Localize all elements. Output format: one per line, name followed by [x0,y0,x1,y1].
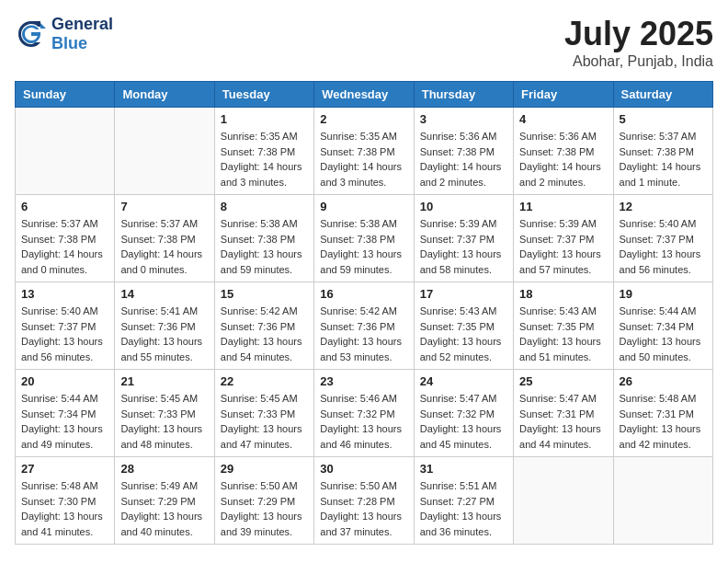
day-info: Sunrise: 5:45 AMSunset: 7:33 PMDaylight:… [221,391,308,452]
day-number: 13 [21,287,108,301]
day-number: 5 [620,112,707,126]
calendar-cell: 3Sunrise: 5:36 AMSunset: 7:38 PMDaylight… [414,108,513,195]
day-info: Sunrise: 5:44 AMSunset: 7:34 PMDaylight:… [620,304,707,364]
day-info: Sunrise: 5:40 AMSunset: 7:37 PMDaylight:… [21,304,108,364]
day-info: Sunrise: 5:38 AMSunset: 7:38 PMDaylight:… [221,216,308,277]
logo-icon [15,17,48,51]
day-number: 15 [221,287,308,301]
day-info: Sunrise: 5:39 AMSunset: 7:37 PMDaylight:… [519,216,607,277]
day-number: 27 [21,462,108,476]
day-number: 8 [221,200,308,213]
calendar-cell: 13Sunrise: 5:40 AMSunset: 7:37 PMDayligh… [16,282,115,370]
day-number: 22 [221,374,308,388]
calendar-cell: 20Sunrise: 5:44 AMSunset: 7:34 PMDayligh… [16,370,115,457]
day-number: 2 [320,112,407,126]
calendar-week-row: 1Sunrise: 5:35 AMSunset: 7:38 PMDaylight… [16,108,713,195]
day-number: 25 [519,374,607,388]
title-block: July 2025 Abohar, Punjab, India [564,15,713,70]
day-number: 30 [320,462,407,476]
calendar-header-saturday: Saturday [613,82,712,108]
calendar-cell [16,108,115,195]
day-info: Sunrise: 5:46 AMSunset: 7:32 PMDaylight:… [320,391,407,452]
calendar-cell: 14Sunrise: 5:41 AMSunset: 7:36 PMDayligh… [115,282,214,370]
day-info: Sunrise: 5:50 AMSunset: 7:28 PMDaylight:… [320,478,407,539]
day-info: Sunrise: 5:49 AMSunset: 7:29 PMDaylight:… [120,478,208,539]
day-number: 24 [420,374,507,388]
day-info: Sunrise: 5:48 AMSunset: 7:31 PMDaylight:… [620,391,707,452]
calendar-cell: 29Sunrise: 5:50 AMSunset: 7:29 PMDayligh… [214,457,313,545]
day-number: 3 [420,112,507,126]
calendar-week-row: 20Sunrise: 5:44 AMSunset: 7:34 PMDayligh… [16,370,713,457]
logo: General Blue [15,15,113,53]
day-number: 17 [420,287,507,301]
calendar-header-wednesday: Wednesday [314,82,414,108]
day-info: Sunrise: 5:37 AMSunset: 7:38 PMDaylight:… [21,216,108,277]
page-header: General Blue July 2025 Abohar, Punjab, I… [15,15,713,70]
calendar-cell: 7Sunrise: 5:37 AMSunset: 7:38 PMDaylight… [115,195,214,282]
day-number: 26 [620,374,707,388]
day-number: 23 [320,374,407,388]
calendar-week-row: 6Sunrise: 5:37 AMSunset: 7:38 PMDaylight… [16,195,713,282]
calendar-header-sunday: Sunday [16,82,115,108]
day-info: Sunrise: 5:35 AMSunset: 7:38 PMDaylight:… [320,129,407,190]
logo-general: General [51,15,113,33]
calendar-cell: 19Sunrise: 5:44 AMSunset: 7:34 PMDayligh… [613,282,712,370]
day-info: Sunrise: 5:36 AMSunset: 7:38 PMDaylight:… [519,129,607,190]
calendar-cell [115,108,214,195]
calendar-week-row: 13Sunrise: 5:40 AMSunset: 7:37 PMDayligh… [16,282,713,370]
calendar-cell: 26Sunrise: 5:48 AMSunset: 7:31 PMDayligh… [613,370,712,457]
calendar-cell: 27Sunrise: 5:48 AMSunset: 7:30 PMDayligh… [16,457,115,545]
day-number: 11 [519,200,607,213]
calendar-cell: 21Sunrise: 5:45 AMSunset: 7:33 PMDayligh… [115,370,214,457]
day-number: 14 [120,287,208,301]
day-info: Sunrise: 5:47 AMSunset: 7:32 PMDaylight:… [420,391,507,452]
location: Abohar, Punjab, India [564,53,713,70]
calendar-cell: 12Sunrise: 5:40 AMSunset: 7:37 PMDayligh… [613,195,712,282]
day-number: 19 [620,287,707,301]
calendar-cell: 6Sunrise: 5:37 AMSunset: 7:38 PMDaylight… [16,195,115,282]
day-info: Sunrise: 5:37 AMSunset: 7:38 PMDaylight:… [620,129,707,190]
calendar-cell: 4Sunrise: 5:36 AMSunset: 7:38 PMDaylight… [514,108,613,195]
calendar-cell: 5Sunrise: 5:37 AMSunset: 7:38 PMDaylight… [613,108,712,195]
calendar-cell: 15Sunrise: 5:42 AMSunset: 7:36 PMDayligh… [214,282,313,370]
calendar-cell: 30Sunrise: 5:50 AMSunset: 7:28 PMDayligh… [314,457,414,545]
day-info: Sunrise: 5:50 AMSunset: 7:29 PMDaylight:… [221,478,308,539]
calendar-cell: 11Sunrise: 5:39 AMSunset: 7:37 PMDayligh… [514,195,613,282]
calendar-cell: 2Sunrise: 5:35 AMSunset: 7:38 PMDaylight… [314,108,414,195]
calendar-table: SundayMondayTuesdayWednesdayThursdayFrid… [15,81,713,545]
calendar-cell [514,457,613,545]
calendar-cell: 28Sunrise: 5:49 AMSunset: 7:29 PMDayligh… [115,457,214,545]
day-info: Sunrise: 5:38 AMSunset: 7:38 PMDaylight:… [320,216,407,277]
day-number: 12 [620,200,707,213]
calendar-cell: 8Sunrise: 5:38 AMSunset: 7:38 PMDaylight… [214,195,313,282]
day-info: Sunrise: 5:39 AMSunset: 7:37 PMDaylight:… [420,216,507,277]
day-number: 18 [519,287,607,301]
day-number: 1 [221,112,308,126]
calendar-cell: 1Sunrise: 5:35 AMSunset: 7:38 PMDaylight… [214,108,313,195]
day-number: 21 [120,374,208,388]
day-number: 6 [21,200,108,213]
calendar-cell: 9Sunrise: 5:38 AMSunset: 7:38 PMDaylight… [314,195,414,282]
calendar-cell: 16Sunrise: 5:42 AMSunset: 7:36 PMDayligh… [314,282,414,370]
calendar-header-friday: Friday [514,82,613,108]
calendar-cell: 24Sunrise: 5:47 AMSunset: 7:32 PMDayligh… [414,370,513,457]
month-title: July 2025 [564,15,713,53]
calendar-cell: 10Sunrise: 5:39 AMSunset: 7:37 PMDayligh… [414,195,513,282]
day-info: Sunrise: 5:45 AMSunset: 7:33 PMDaylight:… [120,391,208,452]
day-number: 31 [420,462,507,476]
day-number: 20 [21,374,108,388]
day-number: 10 [420,200,507,213]
day-number: 4 [519,112,607,126]
day-info: Sunrise: 5:47 AMSunset: 7:31 PMDaylight:… [519,391,607,452]
day-info: Sunrise: 5:43 AMSunset: 7:35 PMDaylight:… [420,304,507,364]
day-info: Sunrise: 5:41 AMSunset: 7:36 PMDaylight:… [120,304,208,364]
calendar-header-row: SundayMondayTuesdayWednesdayThursdayFrid… [16,82,713,108]
day-number: 29 [221,462,308,476]
calendar-cell: 17Sunrise: 5:43 AMSunset: 7:35 PMDayligh… [414,282,513,370]
day-info: Sunrise: 5:43 AMSunset: 7:35 PMDaylight:… [519,304,607,364]
day-number: 28 [120,462,208,476]
logo-blue: Blue [51,34,87,52]
day-info: Sunrise: 5:51 AMSunset: 7:27 PMDaylight:… [420,478,507,539]
day-number: 16 [320,287,407,301]
calendar-cell: 18Sunrise: 5:43 AMSunset: 7:35 PMDayligh… [514,282,613,370]
